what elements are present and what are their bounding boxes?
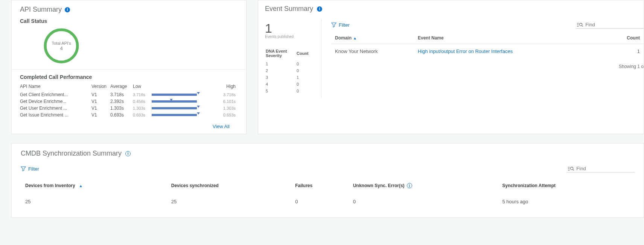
cell-severity: 3	[266, 74, 296, 80]
sort-asc-icon: ▲	[353, 36, 357, 40]
events-published-label: Events published	[265, 35, 317, 39]
th-devices-inventory[interactable]: Devices from Inventory▲	[21, 179, 167, 192]
event-filter-button[interactable]: Filter	[331, 22, 350, 28]
severity-table: DNA Event Severity Count 1020314050	[265, 47, 317, 95]
cell-high: 0.693s	[201, 112, 238, 118]
cmdb-title: CMDB Synchronization Summary	[21, 150, 122, 157]
cmdb-find-box[interactable]	[567, 165, 635, 172]
cell-version: V1	[91, 98, 110, 105]
table-row: Get User Enrichment ...V11.303s1.303s1.3…	[20, 105, 238, 112]
sort-asc-icon: ▲	[79, 184, 83, 188]
event-find-input[interactable]	[585, 22, 643, 27]
perf-title: Completed Call Performance	[20, 74, 238, 80]
cell-severity: 2	[266, 68, 296, 74]
api-summary-title: API Summary	[20, 6, 62, 14]
cell-range-bar	[152, 105, 201, 112]
svg-line-5	[582, 25, 583, 26]
donut-label: Total API's	[52, 41, 71, 45]
cell-version: V1	[91, 105, 110, 112]
cell-sev-count: 0	[297, 61, 316, 67]
donut-value: 4	[60, 45, 62, 51]
view-all-link[interactable]: View All	[213, 124, 230, 129]
table-row: Know Your NetworkHigh input/output Error…	[331, 44, 644, 59]
table-row: 50	[266, 88, 316, 94]
cell-low: 0.458s	[133, 98, 152, 105]
cell-low: 3.718s	[133, 91, 152, 98]
event-summary-title: Event Summary	[265, 5, 313, 13]
cell-average: 2.392s	[110, 98, 133, 105]
cell-event-name: High input/output Error on Router Interf…	[414, 44, 617, 59]
cell-version: V1	[91, 91, 110, 98]
th-domain[interactable]: Domain▲	[331, 32, 414, 44]
th-devices-synced[interactable]: Devices synchronized	[167, 179, 291, 192]
filter-label: Filter	[339, 22, 350, 28]
event-paging-text: Showing 1 o	[331, 59, 644, 69]
th-api-name[interactable]: API Name	[20, 83, 91, 91]
th-average[interactable]: Average	[110, 83, 133, 91]
th-severity: DNA Event Severity	[266, 48, 296, 60]
th-low[interactable]: Low	[133, 83, 152, 91]
cell-inventory: 25	[21, 192, 167, 206]
cmdb-table: Devices from Inventory▲ Devices synchron…	[21, 179, 635, 206]
cell-sev-count: 0	[297, 68, 316, 74]
info-icon[interactable]: i	[407, 183, 412, 188]
table-row: 31	[266, 74, 316, 80]
cell-range-bar	[152, 91, 201, 98]
cell-count: 1	[617, 44, 644, 59]
cell-synced: 25	[167, 192, 291, 206]
cell-range-bar	[152, 112, 201, 118]
cell-failures: 0	[291, 192, 349, 206]
cell-average: 0.693s	[110, 112, 133, 118]
svg-point-9	[570, 167, 573, 169]
info-icon[interactable]: i	[65, 7, 70, 12]
find-list-icon	[577, 22, 583, 27]
cell-domain: Know Your Network	[331, 44, 414, 59]
cell-api-name: Get Device Enrichme...	[20, 98, 91, 105]
cell-attempt: 5 hours ago	[498, 192, 635, 206]
cell-range-bar	[152, 98, 201, 105]
th-event-name[interactable]: Event Name	[414, 32, 617, 44]
cmdb-find-input[interactable]	[576, 166, 634, 171]
cell-average: 3.718s	[110, 91, 133, 98]
cell-api-name: Get User Enrichment ...	[20, 105, 91, 112]
info-icon[interactable]: i	[125, 151, 131, 156]
cell-sev-count: 1	[297, 74, 316, 80]
info-icon[interactable]: i	[317, 6, 322, 12]
cell-severity: 1	[266, 61, 296, 67]
th-sev-count: Count	[297, 48, 316, 60]
event-table: Domain▲ Event Name Count Know Your Netwo…	[331, 32, 644, 59]
api-summary-card: API Summary i Call Status Total API's 4 …	[11, 0, 247, 134]
table-row: Get Client Enrichment...V13.718s3.718s3.…	[20, 91, 238, 98]
th-count[interactable]: Count	[617, 32, 644, 44]
event-summary-card: Event Summary i 1 Events published DNA E…	[258, 0, 644, 134]
th-failures[interactable]: Failures	[291, 179, 349, 192]
event-link[interactable]: High input/output Error on Router Interf…	[418, 48, 513, 54]
cell-low: 1.303s	[133, 105, 152, 112]
cell-api-name: Get Client Enrichment...	[20, 91, 91, 98]
table-row: 20	[266, 68, 316, 74]
perf-table: API Name Version Average Low High Get Cl…	[20, 83, 238, 118]
svg-point-4	[579, 23, 582, 26]
table-row: Get Issue Enrichment ...V10.693s0.693s0.…	[20, 112, 238, 118]
th-high[interactable]: High	[201, 83, 238, 91]
cell-sev-count: 0	[297, 88, 316, 94]
cell-unknown: 0	[349, 192, 498, 206]
event-find-box[interactable]	[576, 21, 644, 29]
th-unknown-errors[interactable]: Unknown Sync. Error(s)i	[349, 179, 498, 192]
cell-severity: 4	[266, 81, 296, 87]
find-list-icon	[568, 166, 574, 171]
cell-high: 6.101s	[201, 98, 238, 105]
th-sync-attempt[interactable]: Synchronization Attempt	[498, 179, 635, 192]
cell-api-name: Get Issue Enrichment ...	[20, 112, 91, 118]
cmdb-filter-button[interactable]: Filter	[21, 166, 39, 172]
cell-version: V1	[91, 112, 110, 118]
th-version[interactable]: Version	[91, 83, 110, 91]
table-row: 40	[266, 81, 316, 87]
cell-average: 1.303s	[110, 105, 133, 112]
api-donut-chart: Total API's 4	[43, 27, 80, 65]
table-row: Get Device Enrichme...V12.392s0.458s6.10…	[20, 98, 238, 105]
table-row: 10	[266, 61, 316, 67]
cell-high: 1.303s	[201, 105, 238, 112]
cell-severity: 5	[266, 88, 296, 94]
table-row: 25 25 0 0 5 hours ago	[21, 192, 635, 206]
